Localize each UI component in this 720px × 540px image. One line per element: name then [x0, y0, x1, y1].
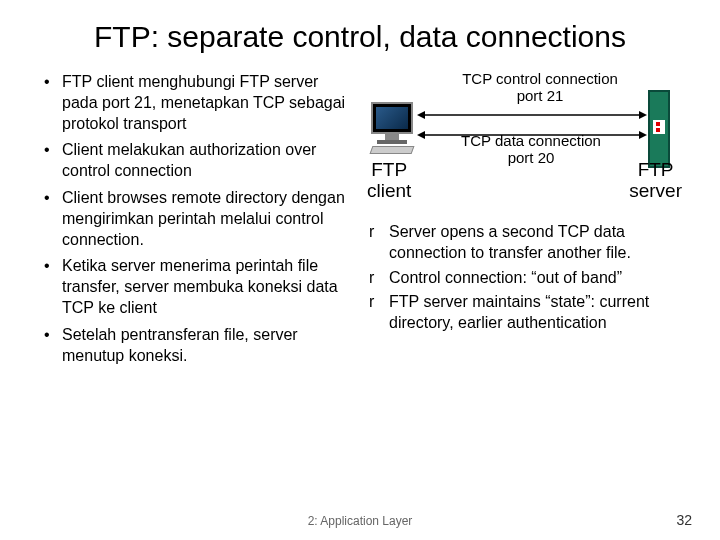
svg-marker-1: [417, 111, 425, 119]
client-label-line1: FTP: [371, 159, 407, 180]
footer-section-label: 2: Application Layer: [308, 514, 413, 528]
svg-marker-2: [639, 111, 647, 119]
bullet-item: Setelah pentransferan file, server menut…: [40, 325, 355, 367]
svg-marker-5: [639, 131, 647, 139]
svg-marker-4: [417, 131, 425, 139]
server-label-line1: FTP: [638, 159, 674, 180]
right-bullet-list: Server opens a second TCP data connectio…: [365, 222, 680, 334]
ftp-diagram: TCP control connection port 21 TCP data …: [365, 72, 680, 212]
bullet-item: FTP client menghubungi FTP server pada p…: [40, 72, 355, 134]
r-item: Server opens a second TCP data connectio…: [365, 222, 680, 264]
data-label-line1: TCP data connection: [461, 132, 601, 149]
server-label: FTP server: [629, 160, 682, 202]
left-bullet-list: FTP client menghubungi FTP server pada p…: [40, 72, 355, 366]
bullet-item: Ketika server menerima perintah file tra…: [40, 256, 355, 318]
data-label-line2: port 20: [508, 149, 555, 166]
left-column: FTP client menghubungi FTP server pada p…: [40, 72, 355, 372]
control-connection-arrow: [417, 108, 647, 122]
r-item: FTP server maintains “state”: current di…: [365, 292, 680, 334]
client-label: FTP client: [367, 160, 411, 202]
page-number: 32: [676, 512, 692, 528]
server-label-line2: server: [629, 180, 682, 201]
r-item: Control connection: “out of band”: [365, 268, 680, 289]
bullet-item: Client melakukan authorization over cont…: [40, 140, 355, 182]
control-connection-label: TCP control connection port 21: [455, 70, 625, 105]
content-columns: FTP client menghubungi FTP server pada p…: [40, 72, 680, 372]
slide-title: FTP: separate control, data connections: [40, 20, 680, 54]
control-label-line2: port 21: [517, 87, 564, 104]
bullet-item: Client browses remote directory dengan m…: [40, 188, 355, 250]
right-column: TCP control connection port 21 TCP data …: [365, 72, 680, 372]
server-tower-icon: [648, 90, 670, 168]
client-computer-icon: [371, 102, 413, 154]
control-label-line1: TCP control connection: [462, 70, 618, 87]
client-label-line2: client: [367, 180, 411, 201]
data-connection-label: TCP data connection port 20: [451, 132, 611, 167]
